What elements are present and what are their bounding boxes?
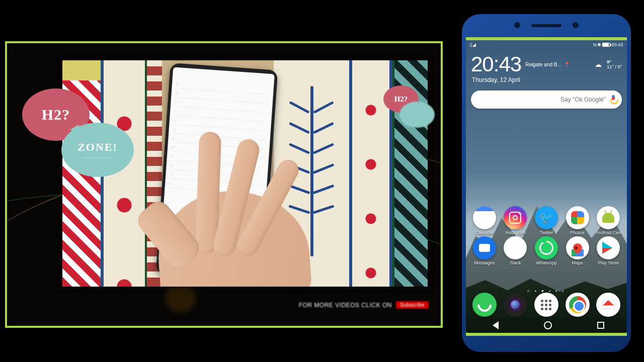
dock-chrome[interactable] (566, 293, 590, 317)
app-android-central[interactable]: Android Cen (594, 206, 623, 235)
app-instagram[interactable]: Instagram (501, 206, 530, 235)
bubble-text: H2? (42, 106, 70, 123)
messages-icon (473, 236, 496, 259)
slack-icon: S (504, 236, 527, 259)
app-calendar[interactable]: 31Calendar (470, 206, 499, 235)
google-search-bar[interactable] (471, 90, 622, 109)
app-whatsapp[interactable]: WhatsApp (532, 236, 561, 265)
dock-camera[interactable] (503, 293, 527, 317)
dock-app-drawer[interactable] (534, 293, 558, 317)
nfc-icon: N (593, 42, 597, 47)
hand (148, 146, 314, 287)
phone-screen[interactable]: ▯◢ N ✱ 20:43 20:43 Reigate and B… 📍 ☁ 9°… (466, 40, 627, 333)
app-maps[interactable]: Maps (563, 236, 592, 265)
nav-back-icon[interactable] (489, 321, 499, 329)
dock-phone[interactable] (472, 293, 497, 317)
nav-home-icon[interactable] (544, 321, 552, 329)
speech-bubble-zone: ZONE! ........... (61, 123, 134, 177)
app-play-store[interactable]: Play Store (594, 236, 623, 265)
play-store-icon (597, 236, 620, 259)
status-bar: ▯◢ N ✱ 20:43 (466, 40, 627, 49)
battery-icon (602, 43, 610, 47)
nav-recent-icon[interactable] (597, 322, 604, 329)
search-input[interactable] (485, 96, 610, 103)
location-icon: 📍 (564, 62, 570, 67)
twitter-icon: 🐦 (535, 206, 558, 229)
front-camera-icon (514, 22, 520, 28)
weather-icon: ☁ (595, 60, 602, 68)
dock (469, 293, 624, 317)
clock-time: 20:43 (471, 52, 521, 76)
app-slack[interactable]: SSlack (501, 236, 530, 265)
app-grid: 31Calendar Instagram 🐦Twitter Photos And… (469, 206, 624, 265)
app-photos[interactable]: Photos (563, 206, 592, 235)
android-icon (597, 206, 620, 229)
signal-icon: ▯◢ (470, 42, 476, 47)
bubble-dots: ........... (84, 155, 112, 159)
video-frame[interactable]: H2? ZONE! ........... H2? FOR MORE VIDEO… (5, 41, 443, 328)
tabletop-photo (62, 60, 428, 287)
front-camera-icon (573, 22, 579, 28)
microphone-icon[interactable] (610, 95, 617, 104)
mini-bubble-zone (399, 102, 435, 128)
instagram-icon (504, 206, 527, 229)
temperature: 9° (607, 59, 611, 64)
photos-icon (566, 206, 589, 229)
bluetooth-icon: ✱ (597, 42, 601, 47)
subscribe-caption: FOR MORE VIDEOS CLICK ON Subscribe (299, 301, 429, 309)
app-twitter[interactable]: 🐦Twitter (532, 206, 561, 235)
calendar-icon: 31 (473, 206, 496, 229)
date-text: Thursday, 12 April (472, 76, 520, 83)
app-messages[interactable]: Messages (470, 236, 499, 265)
maps-icon (566, 236, 589, 259)
google-logo-icon (476, 95, 485, 104)
clock-widget[interactable]: 20:43 Reigate and B… 📍 ☁ 9° 11° / 8° (471, 52, 622, 76)
phone-mockup: ▯◢ N ✱ 20:43 20:43 Reigate and B… 📍 ☁ 9°… (462, 14, 631, 352)
status-time: 20:43 (611, 42, 623, 47)
whatsapp-icon (535, 236, 558, 259)
video-content: H2? ZONE! ........... H2? FOR MORE VIDEO… (7, 43, 441, 326)
navigation-bar (466, 318, 627, 333)
dock-gmail[interactable] (596, 293, 620, 317)
subscribe-button[interactable]: Subscribe (396, 301, 429, 309)
accent-bar (466, 333, 627, 336)
location-text: Reigate and B… (525, 62, 562, 67)
speaker (531, 24, 561, 27)
bubble-text: ZONE! (77, 141, 118, 154)
